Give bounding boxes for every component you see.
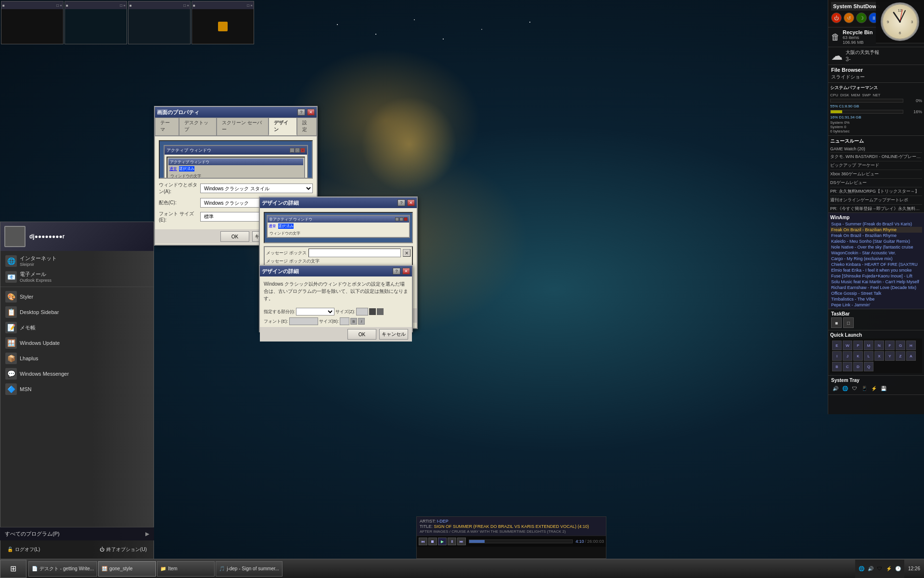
tray-network-icon[interactable]: 🌐: [857, 565, 866, 573]
menu-styler[interactable]: 🎨 Styler: [0, 289, 154, 304]
ql-icon-14[interactable]: Z: [896, 351, 905, 361]
shutdown-icon-restart[interactable]: ↺: [844, 13, 854, 23]
playlist-item-14[interactable]: Timbalistics - The Vibe: [830, 296, 922, 302]
warning-size-input[interactable]: [356, 308, 368, 315]
progress-bar[interactable]: [469, 539, 573, 543]
menu-memo[interactable]: 📝 メモ帳: [0, 320, 154, 335]
menu-desktop-sidebar[interactable]: 📋 Desktop Sidebar: [0, 304, 154, 320]
btn-play[interactable]: ▶: [438, 538, 447, 545]
playlist-item-12[interactable]: Richard Earnshaw - Feel Love (Decade Mix…: [830, 285, 922, 290]
playlist-item-4[interactable]: Kaleido - Meu Sonho (Star Guitar Remix): [830, 238, 922, 244]
ql-icon-1[interactable]: W: [843, 341, 852, 350]
menu-internet[interactable]: 🌐 インターネット Sleipnir: [0, 253, 154, 269]
warning-size-b-input[interactable]: [340, 317, 349, 325]
shutdown-icon-sleep[interactable]: ☽: [856, 13, 867, 23]
taskbar-icon-2[interactable]: □: [843, 317, 854, 328]
playlist-item-1[interactable]: Supa - Summer (Freak do Brazil Vs Karis): [830, 221, 922, 227]
news-item-0[interactable]: GAME Watch (20): [830, 145, 922, 153]
playlist-item-5[interactable]: Nole Native - Over the sky (fantastic cr…: [830, 244, 922, 250]
window-style-select[interactable]: Windows クラシック スタイル: [200, 184, 313, 193]
ql-icon-12[interactable]: X: [874, 351, 884, 361]
ql-icon-10[interactable]: K: [853, 351, 863, 361]
news-item-1[interactable]: タクモ. WIN BASTARD!! - ONLINE-ゲプレーヤーキャラクター…: [830, 153, 922, 161]
playlist-item-6[interactable]: WagonCookin - Star Acoustic Ver.: [830, 250, 922, 256]
display-ok-button[interactable]: OK: [220, 231, 249, 242]
ql-icon-11[interactable]: L: [864, 351, 873, 361]
btn-stop[interactable]: ⏹: [428, 538, 437, 545]
display-props-help[interactable]: ?: [297, 109, 305, 116]
btn-pause[interactable]: ⏸: [448, 538, 456, 545]
taskbar-icon-1[interactable]: ■: [831, 317, 842, 328]
menu-msn[interactable]: 🔷 MSN: [0, 381, 154, 397]
playlist-item-15[interactable]: Pepe Link - Jammin': [830, 302, 922, 308]
ql-icon-6[interactable]: G: [896, 341, 905, 350]
tray-clock-icon[interactable]: 🕐: [894, 565, 902, 573]
taskbar-item-0[interactable]: 📄 デスクト - getting Write...: [28, 561, 97, 577]
ql-icon-18[interactable]: D: [853, 362, 863, 371]
news-item-3[interactable]: Xbox 360ゲームレビュー: [830, 170, 922, 179]
tray-icon-6[interactable]: 💾: [879, 384, 888, 393]
menu-windows-update[interactable]: 🪟 Windows Update: [0, 335, 154, 351]
warning-ok-button[interactable]: OK: [347, 329, 376, 340]
tray-icon-1[interactable]: 🔊: [831, 384, 840, 393]
start-button[interactable]: ⊞: [0, 560, 26, 578]
news-item-2[interactable]: ビックアップ アーケード: [830, 161, 922, 170]
btn-prev[interactable]: ⏮: [419, 538, 427, 545]
menu-lhaplus[interactable]: 📦 Lhaplus: [0, 351, 154, 366]
design-msg-clear[interactable]: ✕: [403, 249, 411, 257]
thumb-window-1[interactable]: ■ □ ×: [1, 1, 64, 44]
tab-screensaver[interactable]: スクリーン セーバー: [217, 118, 269, 135]
ql-icon-13[interactable]: Y: [885, 351, 895, 361]
ql-icon-15[interactable]: A: [906, 351, 916, 361]
design-details-close[interactable]: ✕: [407, 199, 415, 206]
playlist-item-7[interactable]: Cargo - My Ring (exclusive mix): [830, 256, 922, 262]
warning-italic[interactable]: I: [358, 318, 365, 325]
ql-icon-8[interactable]: I: [832, 351, 842, 361]
ql-icon-0[interactable]: E: [832, 341, 842, 350]
menu-messenger[interactable]: 💬 Windows Messenger: [0, 366, 154, 381]
playlist-item-10[interactable]: Fuse [Shinsuke Fujeda+Kaoru Inoue] - Lif…: [830, 273, 922, 279]
btn-next[interactable]: ⏭: [457, 538, 466, 545]
shutdown-options-button[interactable]: ⏻ 終了オプション(U): [97, 544, 150, 555]
tray-security-icon[interactable]: 🛡: [875, 565, 884, 573]
all-programs-button[interactable]: すべてのプログラム(P) ▶: [0, 527, 154, 540]
ql-icon-4[interactable]: N: [874, 341, 884, 350]
warning-help[interactable]: ?: [393, 268, 400, 275]
ql-icon-2[interactable]: P: [853, 341, 863, 350]
playlist-item-9[interactable]: Elmio feat Erika - I feel it when you sm…: [830, 267, 922, 273]
warning-close[interactable]: ✕: [402, 268, 410, 275]
news-item-6[interactable]: 週刊オンラインゲームアップデートレポ: [830, 196, 922, 205]
ql-icon-5[interactable]: F: [885, 341, 895, 350]
playlist-item-13[interactable]: Office Gossip - Street Talk: [830, 290, 922, 296]
news-item-4[interactable]: DSゲームレビュー: [830, 179, 922, 187]
thumb-window-4[interactable]: ■ □ ×: [192, 1, 254, 44]
news-item-7[interactable]: PR:《今すぐ簡単登録→即プレイ》永久無料MMORPGは: [830, 205, 922, 213]
ql-icon-3[interactable]: M: [864, 341, 873, 350]
playlist-item-2[interactable]: Freak On Brazil - Brazilian Rhyme: [830, 227, 922, 233]
taskbar-item-1[interactable]: 🪟 gone_style: [98, 561, 156, 577]
tab-theme[interactable]: テーマ: [155, 118, 179, 135]
taskbar-item-2[interactable]: 📁 Item: [157, 561, 215, 577]
tab-settings[interactable]: 設定: [297, 118, 317, 135]
playlist-item-3[interactable]: Freak On Brazil - Brazilian Rhyme: [830, 233, 922, 238]
ql-icon-16[interactable]: B: [832, 362, 842, 371]
playlist-item-8[interactable]: Chieko Kinbara - HEART OF FIRE (SAXTRU: [830, 262, 922, 267]
warning-font-input[interactable]: [289, 317, 318, 325]
tab-design[interactable]: デザイン: [269, 118, 297, 135]
tray-icon-2[interactable]: 🌐: [841, 384, 849, 393]
playlist-item-11[interactable]: Solu Music feat Kai Martin - Can't Help …: [830, 279, 922, 285]
ql-icon-7[interactable]: H: [906, 341, 916, 350]
taskbar-clock[interactable]: 12:26: [904, 566, 924, 571]
warning-color2[interactable]: [377, 308, 384, 315]
warning-cancel-button[interactable]: キャンセル: [379, 329, 408, 340]
warning-specify-select[interactable]: [296, 308, 334, 315]
warning-bold[interactable]: B: [350, 318, 357, 325]
logoff-button[interactable]: 🔓 ログオフ(L): [4, 544, 43, 555]
design-msg-input[interactable]: [308, 249, 401, 257]
display-props-close[interactable]: ✕: [307, 109, 315, 116]
thumb-window-2[interactable]: ■ □ ×: [64, 1, 127, 44]
thumb-window-3[interactable]: ■ □ ×: [128, 1, 191, 44]
ql-icon-17[interactable]: C: [843, 362, 852, 371]
taskbar-item-3[interactable]: 🎵 j-dep - Sign of summer...: [216, 561, 282, 577]
ql-icon-9[interactable]: J: [843, 351, 852, 361]
